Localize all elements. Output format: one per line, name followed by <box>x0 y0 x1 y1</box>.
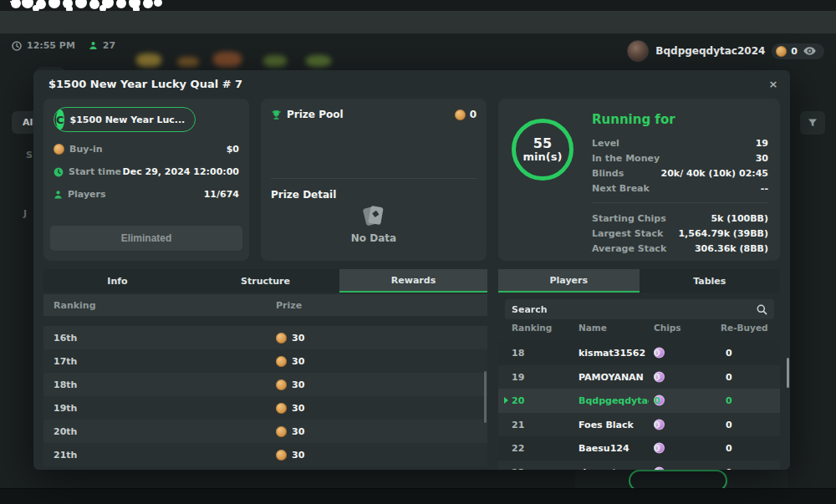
current-player-arrow-icon <box>504 397 508 404</box>
running-status-card: 55 min(s) Running for Level19 In the Mon… <box>498 99 780 261</box>
eye-icon[interactable] <box>803 47 816 55</box>
table-row[interactable]: 18th30 <box>43 373 487 396</box>
prize-pool-label: Prize Pool <box>287 109 344 120</box>
online-count: 27 <box>103 40 115 51</box>
avatar[interactable] <box>627 40 649 62</box>
modal-title: $1500 New Year Lucky Qual # 7 <box>48 78 242 90</box>
players-row: Players 11/674 <box>54 189 239 200</box>
coin-icon <box>776 46 787 57</box>
largest-stack-row: Largest Stack1,564.79k (39BB) <box>592 226 768 241</box>
table-row[interactable]: 21 Foes Black 0 0 <box>498 413 780 437</box>
players-value: 11/674 <box>204 189 239 200</box>
top-decoration-strip <box>0 0 836 11</box>
right-tab-bar: Players Tables <box>498 269 780 293</box>
left-tab-bar: Info Structure Rewards <box>43 269 487 293</box>
running-for-title: Running for <box>592 112 768 127</box>
username: Bqdpgeqdytac2024 <box>655 45 765 57</box>
tournament-name-pill[interactable]: C $1500 New Year Luc... <box>54 107 196 132</box>
clock-icon <box>54 167 64 177</box>
table-row[interactable]: 22 Baesu124 0 0 <box>498 436 780 461</box>
rewards-table-header: Ranking Prize <box>43 294 487 316</box>
no-data-placeholder: No Data <box>261 206 487 244</box>
no-data-text: No Data <box>261 232 487 244</box>
tab-structure[interactable]: Structure <box>191 269 339 293</box>
close-icon[interactable]: × <box>765 75 782 92</box>
table-row[interactable]: 21th30 <box>43 443 487 466</box>
start-time-value: Dec 29, 2024 12:00:00 <box>123 166 239 177</box>
current-time: 12:55 PM <box>27 40 75 51</box>
blinds-row: Blinds20k/ 40k (10k) 02:45 <box>592 165 768 181</box>
tournament-name: $1500 New Year Luc... <box>70 115 186 125</box>
table-row[interactable]: 19th30 <box>43 396 487 420</box>
coin-icon <box>276 426 287 437</box>
coin-icon <box>276 450 287 461</box>
tab-info[interactable]: Info <box>43 269 191 293</box>
background-row-text: J <box>23 208 27 219</box>
level-row: Level19 <box>592 135 768 150</box>
scrollbar-thumb[interactable] <box>787 358 789 388</box>
tab-tables[interactable]: Tables <box>640 269 781 293</box>
balance-value: 0 <box>791 46 798 57</box>
trophy-icon <box>271 109 282 120</box>
empty-cards-icon <box>363 206 385 227</box>
next-break-row: Next Break-- <box>592 181 768 196</box>
user-cluster: Bqdpgeqdytac2024 0 <box>627 40 824 62</box>
buyin-row: Buy-in $0 <box>54 144 239 155</box>
coin-icon <box>455 109 466 120</box>
table-row[interactable]: 19 PAMOYANAN 0 0 <box>498 365 780 389</box>
funnel-icon <box>808 118 818 128</box>
average-stack-row: Average Stack306.36k (8BB) <box>592 241 768 256</box>
tournament-info-card: C $1500 New Year Luc... Buy-in $0 Start … <box>43 99 249 261</box>
starting-chips-row: Starting Chips5k (100BB) <box>592 211 768 226</box>
coin-icon <box>276 356 287 367</box>
buyin-value: $0 <box>227 144 239 155</box>
scrollbar-thumb[interactable] <box>484 371 487 423</box>
prize-pool-card: Prize Pool 0 Prize Detail No Data <box>261 99 487 261</box>
coin-icon <box>276 403 287 414</box>
clock-icon <box>12 41 22 51</box>
table-row[interactable]: 23 rinaputur 0 0 <box>498 461 780 471</box>
token-icon: C <box>56 109 64 130</box>
bottom-bar <box>0 488 836 504</box>
tab-rewards[interactable]: Rewards <box>339 269 487 293</box>
table-row-current-user[interactable]: 20 Bqdpgeqdytac2 0 0 <box>498 389 780 413</box>
tab-players[interactable]: Players <box>498 269 640 293</box>
start-time-row: Start time Dec 29, 2024 12:00:00 <box>54 166 239 177</box>
search-bar <box>505 299 774 319</box>
status-bar: 12:55 PM 27 <box>12 40 115 51</box>
coin-icon <box>276 379 287 390</box>
header-band <box>0 11 836 33</box>
app-window: 12:55 PM 27 Bqdpgeqdytac2024 0 All S J $… <box>0 0 836 504</box>
coin-icon <box>276 333 287 344</box>
running-timer: 55 min(s) <box>512 119 573 181</box>
table-row[interactable]: 18 kismat31562 0 0 <box>498 341 780 365</box>
eliminated-button[interactable]: Eliminated <box>50 226 242 251</box>
online-players-icon <box>89 41 98 50</box>
divider <box>592 202 768 203</box>
in-the-money-row: In the Money30 <box>592 150 768 165</box>
tournament-modal: $1500 New Year Lucky Qual # 7 × C $1500 … <box>33 70 790 470</box>
table-row[interactable]: 20th30 <box>43 420 487 443</box>
table-row[interactable]: 17th30 <box>43 349 487 373</box>
table-row[interactable]: 16th30 <box>43 326 487 349</box>
balance-pill[interactable]: 0 <box>772 43 824 59</box>
rewards-table: 16th30 17th30 18th30 19th30 20th30 21th3… <box>43 326 487 466</box>
search-icon[interactable] <box>757 304 767 315</box>
players-table: 18 kismat31562 0 0 19 PAMOYANAN 0 0 20 B… <box>498 341 780 470</box>
player-icon <box>54 190 63 200</box>
snow-decoration <box>10 1 12 3</box>
prize-pool-value: 0 <box>470 109 477 120</box>
background-row-text: S <box>26 150 33 160</box>
players-table-header: Ranking Name Chips Re-Buyed <box>498 323 780 341</box>
filter-button[interactable] <box>800 111 825 135</box>
prize-detail-label: Prize Detail <box>271 189 336 201</box>
coin-icon <box>54 144 64 155</box>
search-input[interactable] <box>505 304 757 315</box>
divider <box>271 178 477 179</box>
